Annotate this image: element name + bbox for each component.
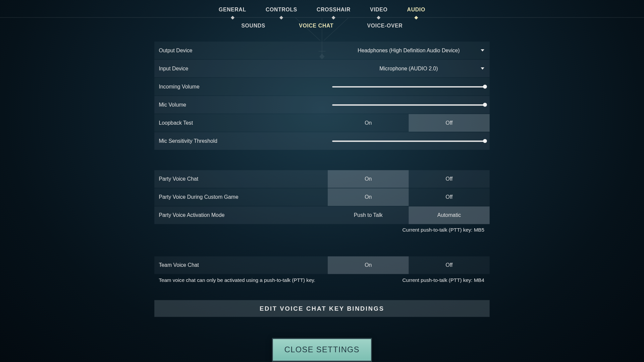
hint-party-ptt: Current push-to-talk (PTT) key: MB5 — [154, 225, 489, 233]
tab-label: VIDEO — [370, 7, 388, 13]
toggle-party-voice-custom: On Off — [328, 188, 490, 206]
button-label: CLOSE SETTINGS — [284, 345, 360, 355]
label-party-activation: Party Voice Activation Mode — [154, 206, 328, 224]
row-party-voice-custom: Party Voice During Custom Game On Off — [154, 188, 489, 206]
toggle-party-activation-ptt[interactable]: Push to Talk — [328, 206, 409, 224]
diamond-icon — [230, 16, 234, 19]
label-mic-sensitivity: Mic Sensitivity Threshold — [154, 132, 328, 150]
subtab-sounds[interactable]: SOUNDS — [241, 22, 265, 36]
subtab-voice-over[interactable]: VOICE-OVER — [367, 22, 402, 36]
toggle-loopback: On Off — [328, 114, 490, 132]
sub-tabs: SOUNDS VOICE CHAT VOICE-OVER — [0, 22, 644, 36]
tab-label: CONTROLS — [266, 7, 297, 13]
diamond-icon — [414, 16, 418, 19]
slider-thumb[interactable] — [483, 103, 487, 107]
chevron-down-icon — [481, 49, 484, 52]
edit-bindings-button[interactable]: EDIT VOICE CHAT KEY BINDINGS — [154, 300, 489, 317]
hint-text: Current push-to-talk (PTT) key: MB5 — [402, 227, 484, 233]
hint-team-note: Team voice chat can only be activated us… — [159, 278, 315, 283]
toggle-party-activation: Push to Talk Automatic — [328, 206, 490, 224]
tab-crosshair[interactable]: CROSSHAIR — [317, 7, 351, 17]
slider-mic-volume[interactable] — [332, 104, 485, 106]
subtab-label: SOUNDS — [241, 22, 265, 28]
tab-label: CROSSHAIR — [317, 7, 351, 13]
label-incoming-volume: Incoming Volume — [154, 78, 328, 96]
chevron-down-icon — [481, 67, 484, 70]
toggle-party-voice-custom-on[interactable]: On — [328, 188, 409, 206]
dropdown-value: Microphone (AUDIO 2.0) — [379, 65, 438, 71]
hint-team-ptt: Current push-to-talk (PTT) key: MB4 — [402, 278, 484, 283]
row-party-voice: Party Voice Chat On Off — [154, 170, 489, 188]
label-loopback: Loopback Test — [154, 114, 328, 132]
row-output-device: Output Device Headphones (High Definitio… — [154, 42, 489, 59]
dropdown-output-device[interactable]: Headphones (High Definition Audio Device… — [328, 42, 490, 59]
row-incoming-volume: Incoming Volume — [154, 78, 489, 96]
settings-panel: Output Device Headphones (High Definitio… — [154, 42, 489, 362]
slider-thumb[interactable] — [483, 139, 487, 143]
dropdown-input-device[interactable]: Microphone (AUDIO 2.0) — [328, 60, 490, 77]
toggle-team-voice-off[interactable]: Off — [409, 256, 489, 274]
row-team-voice: Team Voice Chat On Off — [154, 256, 489, 274]
dropdown-value: Headphones (High Definition Audio Device… — [358, 47, 460, 53]
diamond-icon — [332, 16, 335, 19]
close-settings-button[interactable]: CLOSE SETTINGS — [272, 338, 372, 362]
tab-label: AUDIO — [407, 7, 425, 13]
hint-team: Team voice chat can only be activated us… — [154, 275, 489, 283]
toggle-team-voice: On Off — [328, 256, 490, 274]
diamond-icon — [377, 16, 381, 19]
tab-controls[interactable]: CONTROLS — [266, 7, 297, 17]
tab-video[interactable]: VIDEO — [370, 7, 388, 17]
toggle-team-voice-on[interactable]: On — [328, 256, 409, 274]
subtab-label: VOICE-OVER — [367, 22, 402, 28]
toggle-party-voice-on[interactable]: On — [328, 170, 409, 188]
tab-audio[interactable]: AUDIO — [407, 7, 425, 17]
button-label: EDIT VOICE CHAT KEY BINDINGS — [260, 305, 384, 312]
slider-thumb[interactable] — [483, 85, 487, 89]
toggle-loopback-off[interactable]: Off — [409, 114, 489, 132]
row-input-device: Input Device Microphone (AUDIO 2.0) — [154, 60, 489, 77]
toggle-party-voice-off[interactable]: Off — [409, 170, 489, 188]
row-party-activation: Party Voice Activation Mode Push to Talk… — [154, 206, 489, 224]
label-party-voice: Party Voice Chat — [154, 170, 328, 188]
subtab-voice-chat[interactable]: VOICE CHAT — [299, 22, 333, 36]
toggle-party-activation-auto[interactable]: Automatic — [409, 206, 489, 224]
label-mic-volume: Mic Volume — [154, 96, 328, 114]
label-input-device: Input Device — [154, 60, 328, 77]
label-party-voice-custom: Party Voice During Custom Game — [154, 188, 328, 206]
subtab-label: VOICE CHAT — [299, 22, 333, 28]
tab-general[interactable]: GENERAL — [219, 7, 246, 17]
diamond-icon — [279, 16, 283, 19]
row-mic-sensitivity: Mic Sensitivity Threshold — [154, 132, 489, 150]
main-tabs: GENERAL CONTROLS CROSSHAIR VIDEO AUDIO — [0, 0, 644, 18]
label-output-device: Output Device — [154, 42, 328, 59]
slider-incoming-volume[interactable] — [332, 86, 485, 87]
tab-label: GENERAL — [219, 7, 246, 13]
toggle-party-voice-custom-off[interactable]: Off — [409, 188, 489, 206]
toggle-party-voice: On Off — [328, 170, 490, 188]
slider-mic-sensitivity[interactable] — [332, 140, 485, 142]
row-mic-volume: Mic Volume — [154, 96, 489, 114]
toggle-loopback-on[interactable]: On — [328, 114, 409, 132]
label-team-voice: Team Voice Chat — [154, 256, 328, 274]
row-loopback: Loopback Test On Off — [154, 114, 489, 132]
